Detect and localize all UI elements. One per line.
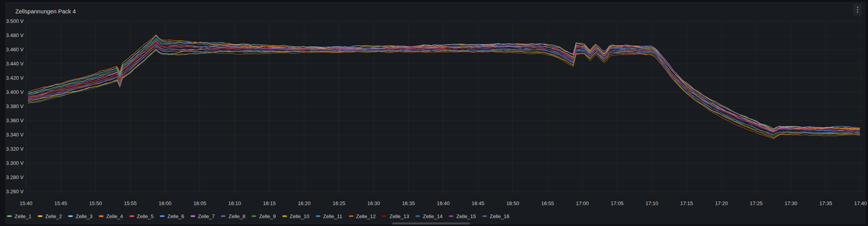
legend-series-swatch bbox=[482, 215, 487, 217]
x-axis-label: 17:25 bbox=[748, 201, 765, 206]
legend-series-label: Zelle_7 bbox=[198, 213, 215, 219]
legend-series-swatch bbox=[68, 215, 73, 217]
x-axis-label: 16:20 bbox=[296, 201, 313, 206]
y-axis-label: 3.480 V bbox=[3, 33, 24, 38]
x-axis-label: 16:10 bbox=[226, 201, 243, 206]
x-axis-label: 16:55 bbox=[539, 201, 556, 206]
legend-item-Zelle_11[interactable]: Zelle_11 bbox=[316, 213, 342, 219]
legend-series-swatch bbox=[449, 215, 453, 217]
x-axis-label: 16:50 bbox=[504, 201, 522, 206]
grafana-dashboard: Zellspannungen Pack 4 3.500 V3.480 V3.46… bbox=[0, 0, 868, 226]
legend-series-label: Zelle_6 bbox=[167, 213, 184, 219]
legend-series-swatch bbox=[130, 215, 134, 217]
x-axis-label: 16:30 bbox=[365, 201, 382, 206]
x-axis-label: 17:20 bbox=[713, 201, 730, 206]
legend-item-Zelle_1[interactable]: Zelle_1 bbox=[7, 213, 31, 219]
time-series-chart[interactable] bbox=[0, 0, 868, 226]
x-axis-label: 15:50 bbox=[87, 201, 104, 206]
legend-item-Zelle_3[interactable]: Zelle_3 bbox=[68, 213, 93, 219]
x-axis-label: 16:15 bbox=[261, 201, 278, 206]
legend-series-swatch bbox=[99, 215, 104, 217]
x-axis-label: 16:25 bbox=[330, 201, 348, 206]
legend-series-swatch bbox=[7, 215, 12, 217]
x-axis-label: 16:35 bbox=[400, 201, 417, 206]
x-axis-label: 16:00 bbox=[156, 201, 174, 206]
legend-series-label: Zelle_10 bbox=[290, 213, 309, 219]
legend-item-Zelle_15[interactable]: Zelle_15 bbox=[449, 213, 476, 219]
legend-series-label: Zelle_16 bbox=[490, 213, 509, 219]
legend-series-swatch bbox=[160, 215, 165, 217]
legend-series-swatch bbox=[252, 215, 256, 217]
y-axis-label: 3.260 V bbox=[3, 189, 24, 194]
x-axis-label: 17:10 bbox=[643, 201, 661, 206]
y-axis-label: 3.300 V bbox=[3, 161, 24, 166]
y-axis-label: 3.360 V bbox=[3, 118, 24, 123]
x-axis-label: 16:40 bbox=[435, 201, 452, 206]
legend-item-Zelle_10[interactable]: Zelle_10 bbox=[282, 213, 309, 219]
x-axis-label: 17:40 bbox=[852, 201, 868, 206]
legend-item-Zelle_2[interactable]: Zelle_2 bbox=[38, 213, 62, 219]
legend-series-label: Zelle_11 bbox=[323, 213, 342, 219]
legend-series-swatch bbox=[38, 215, 43, 217]
y-axis-label: 3.460 V bbox=[3, 47, 24, 52]
series-line-Zelle_16 bbox=[28, 45, 860, 135]
y-axis-label: 3.380 V bbox=[3, 104, 24, 109]
horizontal-scrollbar-thumb[interactable] bbox=[392, 222, 470, 224]
legend-item-Zelle_5[interactable]: Zelle_5 bbox=[130, 213, 154, 219]
legend-series-label: Zelle_5 bbox=[137, 213, 154, 219]
legend-item-Zelle_16[interactable]: Zelle_16 bbox=[482, 213, 509, 219]
legend-item-Zelle_9[interactable]: Zelle_9 bbox=[252, 213, 276, 219]
y-axis-label: 3.340 V bbox=[3, 132, 24, 138]
y-axis-label: 3.440 V bbox=[3, 61, 24, 67]
legend-series-swatch bbox=[349, 215, 353, 217]
legend-series-label: Zelle_8 bbox=[228, 213, 245, 219]
legend-series-swatch bbox=[316, 215, 320, 217]
legend-series-label: Zelle_13 bbox=[389, 213, 409, 219]
x-axis-label: 17:15 bbox=[678, 201, 695, 206]
legend-series-label: Zelle_12 bbox=[356, 213, 376, 219]
legend-item-Zelle_13[interactable]: Zelle_13 bbox=[382, 213, 409, 219]
series-line-Zelle_11 bbox=[28, 40, 860, 132]
x-axis-label: 17:00 bbox=[574, 201, 591, 206]
legend-series-label: Zelle_1 bbox=[15, 213, 31, 219]
x-axis-label: 16:05 bbox=[191, 201, 209, 206]
x-axis-label: 15:45 bbox=[52, 201, 69, 206]
legend-series-swatch bbox=[382, 215, 387, 217]
legend-series-swatch bbox=[191, 215, 195, 217]
x-axis-label: 17:05 bbox=[609, 201, 626, 206]
legend-series-label: Zelle_15 bbox=[456, 213, 476, 219]
y-axis-label: 3.320 V bbox=[3, 146, 24, 152]
x-axis-label: 17:30 bbox=[782, 201, 800, 206]
x-axis-label: 16:45 bbox=[469, 201, 487, 206]
legend-series-label: Zelle_4 bbox=[106, 213, 123, 219]
y-axis-label: 3.400 V bbox=[3, 90, 24, 95]
legend-series-label: Zelle_3 bbox=[76, 213, 93, 219]
legend: Zelle_1Zelle_2Zelle_3Zelle_4Zelle_5Zelle… bbox=[7, 213, 864, 220]
y-axis-label: 3.280 V bbox=[3, 175, 24, 180]
legend-item-Zelle_12[interactable]: Zelle_12 bbox=[349, 213, 376, 219]
legend-series-swatch bbox=[221, 215, 226, 217]
legend-item-Zelle_7[interactable]: Zelle_7 bbox=[191, 213, 215, 219]
y-axis-label: 3.420 V bbox=[3, 75, 24, 81]
legend-item-Zelle_4[interactable]: Zelle_4 bbox=[99, 213, 123, 219]
series-line-Zelle_5 bbox=[28, 42, 860, 132]
x-axis-label: 15:40 bbox=[17, 201, 35, 206]
legend-series-label: Zelle_9 bbox=[259, 213, 276, 219]
x-axis-label: 15:55 bbox=[122, 201, 139, 206]
y-axis-label: 3.500 V bbox=[3, 19, 24, 24]
legend-series-label: Zelle_2 bbox=[45, 213, 62, 219]
legend-item-Zelle_6[interactable]: Zelle_6 bbox=[160, 213, 184, 219]
series-line-Zelle_7 bbox=[28, 41, 860, 132]
x-axis-label: 17:35 bbox=[817, 201, 835, 206]
legend-series-label: Zelle_14 bbox=[423, 213, 442, 219]
legend-item-Zelle_14[interactable]: Zelle_14 bbox=[415, 213, 442, 219]
legend-series-swatch bbox=[415, 215, 420, 217]
legend-item-Zelle_8[interactable]: Zelle_8 bbox=[221, 213, 245, 219]
series-lines bbox=[28, 35, 860, 139]
series-line-Zelle_12 bbox=[28, 44, 860, 139]
legend-series-swatch bbox=[282, 215, 287, 217]
